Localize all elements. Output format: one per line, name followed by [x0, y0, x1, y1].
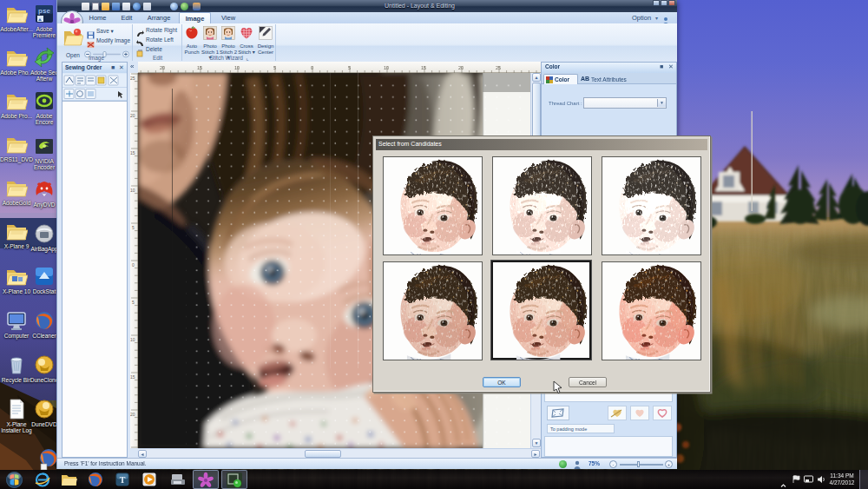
- svg-text:15: 15: [421, 65, 426, 70]
- svg-text:15: 15: [130, 374, 135, 380]
- svg-text:25: 25: [496, 65, 501, 70]
- svg-text:15: 15: [197, 65, 202, 70]
- svg-text:pse: pse: [38, 7, 50, 15]
- svg-text:5: 5: [348, 65, 351, 70]
- svg-text:20: 20: [160, 65, 165, 70]
- svg-text:20: 20: [458, 65, 464, 70]
- svg-text:5: 5: [132, 225, 135, 230]
- svg-text:10: 10: [130, 337, 135, 342]
- svg-text:T: T: [120, 475, 126, 485]
- svg-text:5: 5: [273, 65, 276, 70]
- svg-text:10: 10: [234, 65, 240, 70]
- svg-text:15: 15: [130, 150, 135, 155]
- svg-text:20: 20: [130, 412, 135, 417]
- svg-text:25: 25: [130, 76, 135, 81]
- svg-text:10: 10: [130, 188, 135, 193]
- svg-text:5: 5: [132, 300, 135, 305]
- svg-text:20: 20: [130, 113, 135, 118]
- svg-text:0: 0: [311, 65, 313, 70]
- svg-text:0: 0: [132, 262, 135, 268]
- svg-text:10: 10: [384, 65, 389, 70]
